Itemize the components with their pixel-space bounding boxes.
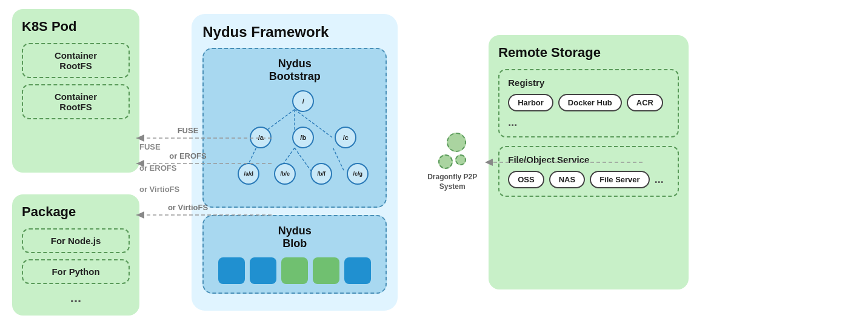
dragonfly-circle-large <box>447 133 466 152</box>
file-object-section: File/Object Service OSS NAS File Server … <box>498 146 679 197</box>
tree-node-bf: /b/f <box>310 163 332 185</box>
for-python-item: For Python <box>22 259 130 284</box>
registry-title: Registry <box>508 78 669 88</box>
oss-pill: OSS <box>508 171 544 188</box>
nydus-blob-box: NydusBlob <box>202 215 387 294</box>
erofs-label: or EROFS <box>139 164 176 173</box>
tree-node-root: / <box>292 90 314 112</box>
virtiofs-label: or VirtioFS <box>139 185 179 194</box>
registry-section: Registry Harbor Docker Hub ACR ... <box>498 69 679 137</box>
registry-pills-row: Harbor Docker Hub ACR ... <box>508 94 669 129</box>
arrow-fuse: FUSE <box>139 142 179 151</box>
file-object-dots: ... <box>655 173 664 186</box>
nydus-bootstrap-box: NydusBootstrap / /a <box>202 48 387 208</box>
arrow-virtiofs: or VirtioFS <box>139 185 179 194</box>
fuse-label: FUSE <box>139 142 161 151</box>
tree-node-cg: /c/g <box>347 163 369 185</box>
nydus-framework-title: Nydus Framework <box>202 24 387 41</box>
nydus-bootstrap-title: NydusBootstrap <box>212 58 377 83</box>
dragonfly-circles <box>438 133 466 169</box>
docker-hub-pill: Docker Hub <box>558 94 622 111</box>
dragonfly-label: Dragonfly P2P System <box>416 173 489 191</box>
blob-block-1 <box>218 257 245 284</box>
svg-line-5 <box>295 148 311 171</box>
k8s-pod-box: K8S Pod ContainerRootFS ContainerRootFS <box>12 9 139 173</box>
nydus-framework-box: Nydus Framework NydusBootstrap <box>192 14 398 311</box>
registry-dots: ... <box>508 116 517 129</box>
nas-pill: NAS <box>549 171 585 188</box>
container-rootfs-1: ContainerRootFS <box>22 43 130 78</box>
file-object-pills-row: OSS NAS File Server ... <box>508 171 669 188</box>
dragonfly-circle-medium <box>438 154 453 169</box>
acr-pill: ACR <box>627 94 663 111</box>
package-box: Package For Node.js For Python ... <box>12 194 139 316</box>
tree-node-be: /b/e <box>274 163 296 185</box>
blob-block-5 <box>344 257 371 284</box>
tree-node-b: /b <box>292 127 314 148</box>
tree-node-a: /a <box>250 127 272 148</box>
blob-block-3 <box>281 257 308 284</box>
arrows-column: FUSE or EROFS or VirtioFS <box>139 130 179 194</box>
harbor-pill: Harbor <box>508 94 553 111</box>
blob-block-4 <box>313 257 339 284</box>
dragonfly-column: Dragonfly P2P System <box>416 133 489 191</box>
tree-diagram: / /a /b /c /a/d /b/e /b/f /c/g <box>212 89 377 198</box>
blob-block-2 <box>250 257 276 284</box>
file-server-pill: File Server <box>590 171 650 188</box>
svg-line-6 <box>333 148 344 171</box>
package-dots: ... <box>22 290 130 306</box>
remote-storage-title: Remote Storage <box>498 45 679 61</box>
dragonfly-circle-small <box>455 154 466 165</box>
arrow-erofs: or EROFS <box>139 164 179 173</box>
for-nodejs-item: For Node.js <box>22 228 130 253</box>
package-title: Package <box>22 204 130 220</box>
k8s-pod-title: K8S Pod <box>22 19 130 35</box>
blob-blocks-row <box>212 257 377 284</box>
file-object-title: File/Object Service <box>508 154 669 165</box>
nydus-blob-title: NydusBlob <box>212 225 377 250</box>
remote-storage-box: Remote Storage Registry Harbor Docker Hu… <box>489 35 689 289</box>
tree-node-c: /c <box>335 127 356 148</box>
container-rootfs-2: ContainerRootFS <box>22 84 130 119</box>
tree-node-ad: /a/d <box>238 163 259 185</box>
